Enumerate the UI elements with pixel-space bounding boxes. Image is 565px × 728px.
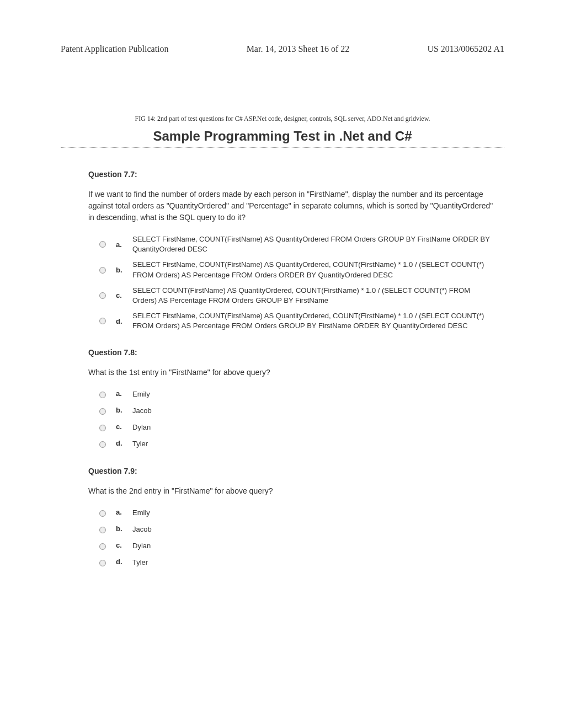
answer-row: d. Tyler: [99, 558, 496, 569]
answers-list: a. Emily b. Jacob c. Dylan d. Tyler: [99, 389, 496, 450]
question-prompt: What is the 1st entry in "FirstName" for…: [88, 367, 496, 378]
answer-text: Tyler: [132, 439, 148, 449]
answer-letter: c.: [116, 422, 132, 431]
answer-text: SELECT COUNT(FirstName) AS QuantityOrder…: [132, 286, 496, 306]
question-block: Question 7.9: What is the 2nd entry in "…: [88, 467, 496, 569]
header-left: Patent Application Publication: [61, 44, 169, 54]
answer-text: Jacob: [132, 524, 152, 534]
answer-letter: c.: [116, 541, 132, 549]
answer-text: Emily: [132, 389, 150, 399]
question-block: Question 7.8: What is the 1st entry in "…: [88, 348, 496, 450]
answer-letter: c.: [116, 291, 132, 299]
header-center: Mar. 14, 2013 Sheet 16 of 22: [247, 44, 350, 54]
answer-text: SELECT FirstName, COUNT(FirstName) AS Qu…: [132, 260, 496, 280]
figure-caption: FIG 14: 2nd part of test questions for C…: [61, 115, 504, 123]
answer-row: b. SELECT FirstName, COUNT(FirstName) AS…: [99, 260, 496, 280]
answer-row: a. Emily: [99, 508, 496, 519]
patent-header: Patent Application Publication Mar. 14, …: [61, 44, 504, 54]
radio-icon[interactable]: [99, 267, 106, 274]
radio-icon[interactable]: [99, 241, 106, 248]
answer-letter: d.: [116, 558, 132, 566]
answer-text: SELECT FirstName, COUNT(FirstName) AS Qu…: [132, 311, 496, 331]
answer-text: Dylan: [132, 541, 151, 551]
answer-row: a. SELECT FirstName, COUNT(FirstName) AS…: [99, 234, 496, 254]
answer-letter: d.: [116, 439, 132, 447]
header-right: US 2013/0065202 A1: [427, 44, 504, 54]
radio-icon[interactable]: [99, 408, 106, 415]
answer-letter: b.: [116, 524, 132, 533]
question-title: Question 7.8:: [88, 348, 496, 357]
title-divider: [61, 147, 504, 148]
answer-text: Emily: [132, 508, 150, 518]
answers-list: a. Emily b. Jacob c. Dylan d. Tyler: [99, 508, 496, 569]
answer-letter: a.: [116, 240, 132, 249]
answer-letter: a.: [116, 389, 132, 398]
radio-icon[interactable]: [99, 292, 106, 299]
radio-icon[interactable]: [99, 510, 106, 517]
answer-row: c. Dylan: [99, 541, 496, 552]
answer-text: Jacob: [132, 406, 152, 416]
radio-icon[interactable]: [99, 392, 106, 398]
answer-letter: d.: [116, 317, 132, 325]
content-area: Question 7.7: If we want to find the num…: [61, 170, 504, 569]
radio-icon[interactable]: [99, 425, 106, 431]
answer-text: Dylan: [132, 422, 151, 432]
answer-row: c. Dylan: [99, 422, 496, 433]
answer-row: b. Jacob: [99, 524, 496, 536]
answer-row: d. SELECT FirstName, COUNT(FirstName) AS…: [99, 311, 496, 331]
answer-text: Tyler: [132, 558, 148, 568]
answer-row: c. SELECT COUNT(FirstName) AS QuantityOr…: [99, 286, 496, 306]
answer-letter: b.: [116, 406, 132, 414]
question-prompt: If we want to find the number of orders …: [88, 189, 496, 223]
radio-icon[interactable]: [99, 527, 106, 533]
answer-row: d. Tyler: [99, 439, 496, 450]
question-block: Question 7.7: If we want to find the num…: [88, 170, 496, 331]
radio-icon[interactable]: [99, 441, 106, 448]
page-title: Sample Programming Test in .Net and C#: [61, 129, 504, 144]
answer-row: a. Emily: [99, 389, 496, 400]
answers-list: a. SELECT FirstName, COUNT(FirstName) AS…: [99, 234, 496, 331]
radio-icon[interactable]: [99, 318, 106, 324]
answer-letter: a.: [116, 508, 132, 516]
radio-icon[interactable]: [99, 560, 106, 566]
question-title: Question 7.7:: [88, 170, 496, 179]
radio-icon[interactable]: [99, 543, 106, 550]
question-prompt: What is the 2nd entry in "FirstName" for…: [88, 485, 496, 497]
answer-letter: b.: [116, 266, 132, 274]
answer-row: b. Jacob: [99, 406, 496, 417]
question-title: Question 7.9:: [88, 467, 496, 475]
answer-text: SELECT FirstName, COUNT(FirstName) AS Qu…: [132, 234, 496, 254]
